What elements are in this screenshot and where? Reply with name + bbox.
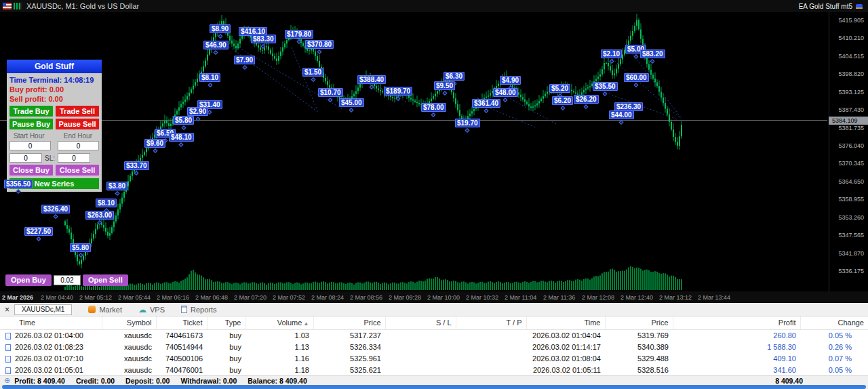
new-series-button[interactable]: New Series [9, 178, 99, 189]
table-cell[interactable]: 2026.03.02 01:04:04 [526, 329, 605, 341]
pause-buy-button[interactable]: Pause Buy [9, 119, 53, 129]
table-row[interactable]: 2026.03.02 01:08:23xauusdc740514944buy1.… [0, 341, 868, 352]
table-cell[interactable]: 0.05 % [800, 364, 868, 375]
table-row[interactable]: 2026.03.02 01:07:10xauusdc740500106buy1.… [0, 352, 868, 364]
table-cell[interactable] [456, 329, 526, 341]
table-cell[interactable]: 2026.03.02 01:14:17 [526, 341, 605, 352]
tp-input[interactable] [9, 153, 42, 163]
open-buy-button[interactable]: Open Buy [5, 274, 52, 286]
column-header-ticket[interactable]: Ticket [156, 316, 207, 329]
time-axis-label: 2 Mar 05:12 [79, 294, 118, 301]
table-cell[interactable]: 1.18 [245, 364, 313, 375]
withdrawal-summary: Withdrawal: 0.00 [180, 377, 237, 385]
open-sell-button[interactable]: Open Sell [83, 274, 128, 286]
table-cell[interactable]: 5329.488 [605, 352, 673, 364]
table-cell[interactable] [456, 341, 526, 352]
profit-summary: Profit: 8 409.40 [14, 377, 65, 385]
table-cell[interactable]: xauusdc [102, 341, 156, 352]
table-cell[interactable]: 740500106 [156, 352, 207, 364]
table-cell[interactable]: 2026.03.02 01:08:04 [526, 352, 605, 364]
close-icon[interactable]: × [5, 306, 9, 314]
table-cell[interactable]: 0.05 % [800, 329, 868, 341]
start-hour-input[interactable] [9, 141, 51, 150]
table-cell[interactable]: 409.10 [673, 352, 800, 364]
table-cell[interactable]: 5340.389 [605, 341, 673, 352]
table-cell[interactable]: 0.26 % [800, 341, 868, 352]
table-row[interactable]: 2026.03.02 01:05:01xauusdc740476001buy1.… [0, 364, 868, 375]
table-cell[interactable]: 2026.03.02 01:05:01 [0, 364, 102, 375]
table-cell[interactable]: 2026.03.02 01:07:10 [0, 352, 102, 364]
column-header-price[interactable]: Price [605, 316, 673, 329]
table-cell[interactable]: buy [207, 352, 245, 364]
close-buy-button[interactable]: Close Buy [9, 165, 53, 176]
balance-summary: Balance: 8 409.40 [248, 377, 307, 385]
price-axis-label: 5404.515 [838, 53, 864, 60]
table-cell[interactable]: 740476001 [156, 364, 207, 375]
table-cell[interactable]: 1 588.30 [673, 341, 800, 352]
sl-input[interactable] [58, 153, 90, 163]
table-cell[interactable] [385, 329, 456, 341]
table-cell[interactable]: xauusdc [102, 329, 156, 341]
table-cell[interactable]: buy [207, 329, 245, 341]
table-cell[interactable] [385, 341, 456, 352]
table-cell[interactable]: 2026.03.02 01:08:23 [0, 341, 102, 352]
deals-table: TimeSymbolTicketTypeVolume ▲PriceS / LT … [0, 316, 868, 375]
table-cell[interactable]: 5319.769 [605, 329, 673, 341]
column-header-sl[interactable]: S / L [385, 316, 456, 329]
table-cell[interactable] [456, 364, 526, 375]
chart-area[interactable]: 5415.9055410.2105404.5155398.8205393.125… [0, 12, 868, 291]
table-cell[interactable]: 260.80 [673, 329, 800, 341]
column-header-symbol[interactable]: Symbol [102, 316, 156, 329]
end-hour-input[interactable] [58, 141, 99, 150]
column-header-price[interactable]: Price [313, 316, 385, 329]
price-axis: 5415.9055410.2105404.5155398.8205393.125… [829, 12, 868, 291]
table-cell[interactable]: 5325.961 [313, 352, 385, 364]
table-cell[interactable]: buy [207, 341, 245, 352]
table-cell[interactable]: 1.13 [245, 341, 313, 352]
column-header-type[interactable]: Type [207, 316, 245, 329]
table-cell[interactable] [456, 352, 526, 364]
table-cell[interactable]: 1.16 [245, 352, 313, 364]
horizontal-scrollbar[interactable] [0, 385, 868, 389]
trade-buy-button[interactable]: Trade Buy [9, 106, 53, 117]
toolbar-item-vps[interactable]: ☁ VPS [138, 306, 165, 314]
table-cell[interactable]: xauusdc [102, 352, 156, 364]
column-header-time[interactable]: Time [526, 316, 605, 329]
panel-title[interactable]: Gold Stuff [7, 60, 102, 73]
column-header-time[interactable]: Time [0, 316, 102, 329]
lot-size-input[interactable] [54, 275, 81, 285]
chart-icon [14, 3, 22, 9]
time-axis-label: 2 Mar 12:40 [620, 294, 659, 301]
close-sell-button[interactable]: Close Sell [56, 165, 99, 176]
table-cell[interactable]: 2026.03.02 01:04:00 [0, 329, 102, 341]
table-cell[interactable]: 740514944 [156, 341, 207, 352]
table-cell[interactable]: 2026.03.02 01:05:11 [526, 364, 605, 375]
scrollbar-thumb[interactable] [2, 385, 866, 389]
table-cell[interactable]: 5325.621 [313, 364, 385, 375]
table-cell[interactable]: 1.03 [245, 329, 313, 341]
flag-icon [3, 3, 12, 9]
table-cell[interactable]: 5326.334 [313, 341, 385, 352]
table-cell[interactable]: buy [207, 364, 245, 375]
table-cell[interactable]: xauusdc [102, 364, 156, 375]
table-cell[interactable] [385, 364, 456, 375]
column-header-tp[interactable]: T / P [456, 316, 526, 329]
column-header-volume[interactable]: Volume ▲ [245, 316, 313, 329]
price-axis-label: 5387.430 [838, 106, 864, 113]
table-row[interactable]: 2026.03.02 01:04:00xauusdc740461673buy1.… [0, 329, 868, 341]
table-cell[interactable]: 341.60 [673, 364, 800, 375]
table-cell[interactable]: 5328.516 [605, 364, 673, 375]
table-cell[interactable]: 0.07 % [800, 352, 868, 364]
pause-sell-button[interactable]: Pause Sell [56, 119, 99, 129]
column-header-profit[interactable]: Profit [673, 316, 800, 329]
column-header-change[interactable]: Change [800, 316, 868, 329]
time-axis-label: 2 Mar 10:32 [466, 294, 505, 301]
trade-sell-button[interactable]: Trade Sell [56, 106, 99, 117]
table-cell[interactable]: 5317.237 [313, 329, 385, 341]
table-cell[interactable] [385, 352, 456, 364]
time-axis[interactable]: 2 Mar 20262 Mar 04:402 Mar 05:122 Mar 05… [0, 291, 868, 303]
tab-xauusdc-m1[interactable]: XAUUSDc,M1 [14, 304, 72, 315]
table-cell[interactable]: 740461673 [156, 329, 207, 341]
toolbar-item-market[interactable]: Market [88, 306, 122, 314]
toolbar-item-reports[interactable]: Reports [181, 306, 217, 314]
